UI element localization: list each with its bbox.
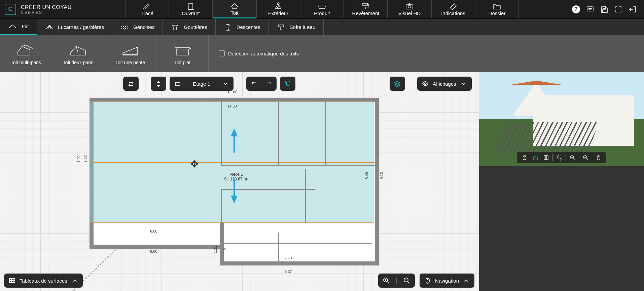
workspace: Etage 1 Affichages: [0, 72, 644, 291]
zoom-group: [378, 274, 415, 288]
svg-point-13: [425, 83, 426, 85]
auto-detect-option[interactable]: Détection automatique des toits: [209, 35, 299, 72]
header-actions: ?: [565, 0, 644, 18]
wall-interior: [221, 189, 315, 190]
subtab-descentes[interactable]: Descentes: [216, 19, 269, 35]
preview-zoom-in-button[interactable]: [568, 154, 577, 161]
subtab-lucarnes[interactable]: Lucarnes / gerbières: [37, 19, 112, 35]
comment-icon[interactable]: [586, 5, 594, 13]
svg-rect-0: [189, 3, 193, 9]
svg-line-25: [408, 282, 409, 283]
preview-3d-viewport[interactable]: [479, 72, 644, 166]
subtab-label: Gouttières: [184, 24, 207, 30]
display-menu[interactable]: Affichages: [417, 77, 472, 91]
chevron-up-icon: [71, 277, 78, 284]
redo-icon[interactable]: [265, 80, 272, 87]
tab-label: Tracé: [141, 10, 153, 16]
tab-label: Revêtement: [352, 10, 380, 16]
subtab-boite[interactable]: Boîte à eau: [269, 19, 324, 35]
surfaces-table-button[interactable]: Tableaux de surfaces: [4, 274, 83, 288]
preview-mouse-button[interactable]: [594, 154, 603, 161]
tab-exterieur[interactable]: Extérieur: [256, 0, 300, 18]
roof-icon: [230, 2, 239, 9]
preview-person-button[interactable]: [520, 154, 529, 161]
preview-3d-panel: [479, 72, 644, 291]
subtab-toit[interactable]: Toit: [0, 19, 37, 35]
checkbox-icon[interactable]: [219, 50, 225, 56]
tool-toit-plat[interactable]: Toit plat: [156, 35, 209, 72]
tool-toit-une-pente[interactable]: Toit une pente: [104, 35, 156, 72]
zoom-out-icon[interactable]: [403, 277, 410, 284]
logo-icon: C: [5, 4, 16, 15]
tab-ouvrant[interactable]: Ouvrant: [169, 0, 213, 18]
mouse-icon: [596, 155, 602, 161]
help-button[interactable]: ?: [572, 5, 580, 13]
preview-roof: [511, 81, 562, 85]
canvas-2d[interactable]: Etage 1 Affichages: [0, 72, 479, 291]
svg-rect-9: [603, 7, 606, 8]
slope-arrow-stem: [234, 136, 235, 153]
subtab-label: Descentes: [237, 24, 260, 30]
eye-icon: [422, 80, 429, 87]
tab-trace[interactable]: Tracé: [125, 0, 169, 18]
chevron-down-icon: [222, 80, 229, 87]
fullscreen-icon[interactable]: [614, 5, 622, 13]
dim-bottom-left-under: 6.60: [150, 249, 157, 253]
slope-arrow-down: [231, 196, 238, 204]
tab-revetement[interactable]: Revêtement: [344, 0, 388, 18]
paint-roller-icon: [361, 2, 370, 10]
document-title: CRÉER UN COYAU: [21, 4, 72, 10]
dim-top-outer: 14.97: [227, 89, 237, 93]
tab-label: Toit: [230, 10, 238, 16]
downpipe-icon: [224, 23, 232, 31]
subtab-label: Boîte à eau: [290, 24, 316, 30]
main-tabs: Tracé Ouvrant Toit Extérieur Produit Rev…: [125, 0, 565, 18]
preview-toolbar: [517, 152, 606, 163]
preview-zoom-out-button[interactable]: [581, 154, 590, 161]
tab-indications[interactable]: Indications: [431, 0, 475, 18]
tab-label: Visuel HD: [398, 10, 421, 16]
roof-ridge: [92, 162, 376, 163]
svg-rect-10: [603, 10, 606, 12]
svg-line-21: [387, 282, 389, 283]
preview-home-button[interactable]: [531, 154, 540, 161]
svg-rect-31: [546, 156, 548, 160]
room-label-group: Pièce 1 S : 113.67 m²: [224, 172, 248, 181]
navigation-label: Navigation: [435, 278, 459, 284]
tab-toit[interactable]: Toit: [213, 0, 256, 18]
pencil-icon: [143, 2, 151, 10]
tool-toit-multi-pans[interactable]: Toit multi-pans: [0, 35, 52, 72]
zoom-in-icon: [569, 155, 575, 161]
tool-toit-deux-pans[interactable]: Toit deux pans: [52, 35, 104, 72]
svg-point-2: [277, 3, 279, 5]
tab-visuel[interactable]: Visuel HD: [388, 0, 431, 18]
dim-notch-2: 1.21: [223, 246, 227, 253]
magnet-icon: [284, 80, 291, 87]
camera-icon: [405, 2, 414, 10]
subtab-gouttieres[interactable]: Gouttières: [163, 19, 215, 35]
svg-rect-3: [363, 3, 367, 5]
gutter-icon: [171, 23, 180, 31]
save-icon[interactable]: [600, 5, 608, 13]
dormer-icon: [45, 23, 54, 31]
navigation-menu[interactable]: Navigation: [420, 274, 474, 288]
zoom-in-icon[interactable]: [383, 277, 390, 284]
preview-link-button[interactable]: [555, 154, 564, 161]
table-icon: [9, 277, 15, 284]
chevron-down-icon: [460, 80, 467, 87]
house-multi-icon: [15, 42, 37, 57]
house-gable-icon: [67, 42, 89, 57]
auto-detect-label: Détection automatique des toits: [228, 51, 299, 56]
preview-section-button[interactable]: [542, 154, 550, 161]
dim-left-inner: 7.28: [83, 155, 87, 162]
subtab-genoises[interactable]: Génoises: [112, 19, 163, 35]
undo-icon[interactable]: [251, 80, 258, 87]
tab-dossier[interactable]: Dossier: [475, 0, 519, 18]
layers-button[interactable]: [390, 77, 405, 91]
home-icon: [532, 155, 538, 161]
chevron-up-icon: [463, 277, 470, 284]
exit-icon[interactable]: [629, 5, 637, 13]
sub-tabs: Toit Lucarnes / gerbières Génoises Goutt…: [0, 19, 644, 35]
floor-plan[interactable]: ✥ Pièce 1 S : 113.67 m² 14.97 14.33 7.92…: [90, 88, 379, 283]
tab-produit[interactable]: Produit: [300, 0, 344, 18]
